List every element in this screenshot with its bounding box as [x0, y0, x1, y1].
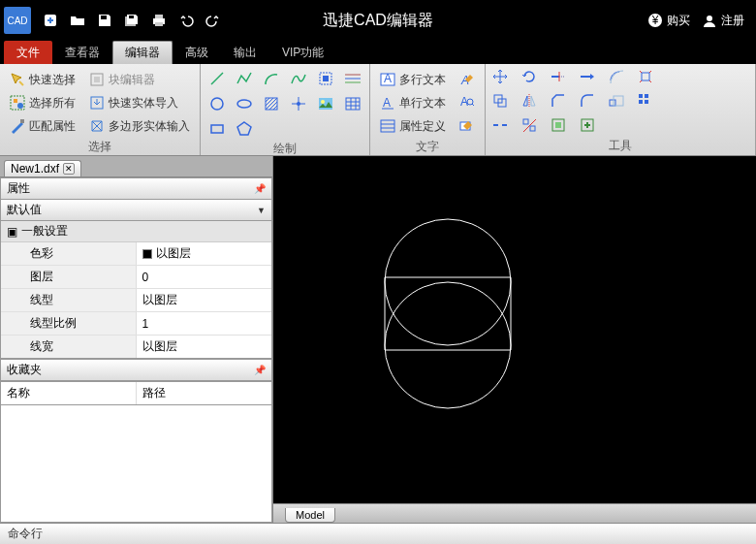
- match-props-label: 匹配属性: [29, 118, 76, 135]
- draw-polyline-icon[interactable]: [234, 68, 255, 89]
- buy-button[interactable]: ¥ 购买: [647, 13, 690, 29]
- quick-select-button[interactable]: 快速选择: [6, 70, 79, 90]
- text-find-button[interactable]: A: [456, 94, 479, 112]
- singleline-text-button[interactable]: A 单行文本: [376, 94, 450, 112]
- tools-group-label: 工具: [491, 137, 749, 155]
- svg-point-29: [321, 100, 325, 104]
- svg-rect-1: [101, 16, 107, 19]
- undo-button[interactable]: [174, 9, 198, 32]
- svg-point-13: [17, 103, 23, 109]
- match-props-button[interactable]: 匹配属性: [6, 116, 79, 137]
- block-editor-button[interactable]: 块编辑器: [85, 70, 159, 90]
- prop-row-color[interactable]: 色彩 以图层: [1, 242, 271, 266]
- prop-row-layer[interactable]: 图层 0: [1, 266, 271, 289]
- print-button[interactable]: [147, 9, 171, 32]
- text-edit-button[interactable]: [456, 117, 479, 135]
- menu-editor[interactable]: 编辑器: [112, 41, 173, 64]
- text-style-button[interactable]: A: [456, 71, 479, 88]
- draw-rect-icon[interactable]: [206, 118, 228, 140]
- open-file-button[interactable]: [66, 9, 89, 32]
- ribbon-group-draw: 绘制: [201, 64, 370, 155]
- tool-chamfer-icon[interactable]: [550, 92, 573, 112]
- draw-image-icon[interactable]: [315, 93, 336, 114]
- save-button[interactable]: [93, 9, 116, 32]
- register-button[interactable]: 注册: [702, 13, 744, 29]
- svg-marker-36: [237, 122, 251, 135]
- quick-import-button[interactable]: 快速实体导入: [85, 93, 182, 113]
- tool-fillet-icon[interactable]: [579, 92, 602, 112]
- menu-advanced[interactable]: 高级: [173, 41, 221, 64]
- tool-copy-icon[interactable]: [491, 92, 515, 112]
- draw-xline-icon[interactable]: [342, 68, 363, 89]
- draw-ellipse-icon[interactable]: [234, 93, 255, 114]
- model-tab[interactable]: Model: [285, 508, 335, 523]
- tool-move-icon[interactable]: [491, 68, 515, 88]
- multiline-text-button[interactable]: A 多行文本: [376, 71, 450, 89]
- canvas-area: Model: [273, 156, 756, 523]
- favorites-col-name[interactable]: 名称: [1, 382, 137, 404]
- redo-button[interactable]: [202, 9, 225, 32]
- poly-import-button[interactable]: 多边形实体输入: [85, 116, 194, 137]
- drawing-content: [273, 156, 756, 503]
- drawing-canvas[interactable]: [273, 156, 756, 503]
- draw-table-icon[interactable]: [342, 93, 363, 114]
- tool-mirror-icon[interactable]: [520, 92, 544, 112]
- tool-array-icon[interactable]: [637, 92, 660, 112]
- menu-file[interactable]: 文件: [4, 41, 52, 64]
- menu-output[interactable]: 输出: [221, 41, 269, 64]
- draw-spline-icon[interactable]: [288, 68, 309, 89]
- tool-extend-icon[interactable]: [579, 68, 602, 88]
- prop-row-linetype[interactable]: 线型 以图层: [1, 289, 271, 312]
- tool-scale-icon[interactable]: [608, 92, 631, 112]
- save-all-button[interactable]: [120, 9, 143, 32]
- attr-def-button[interactable]: 属性定义: [376, 117, 450, 136]
- command-line[interactable]: 命令行: [0, 523, 756, 544]
- multiline-text-label: 多行文本: [399, 72, 446, 88]
- draw-circle-icon[interactable]: [206, 93, 228, 114]
- draw-arc-icon[interactable]: [261, 68, 282, 89]
- svg-line-16: [211, 73, 223, 84]
- favorites-col-path[interactable]: 路径: [137, 382, 271, 404]
- tool-offset-icon[interactable]: [608, 68, 631, 88]
- pin-icon[interactable]: 📌: [254, 183, 266, 194]
- tool-align-icon[interactable]: [520, 116, 544, 137]
- svg-rect-57: [610, 100, 615, 106]
- draw-polygon-icon[interactable]: [234, 118, 255, 140]
- draw-region-icon[interactable]: [315, 68, 336, 89]
- property-grid: ▣ 一般设置 色彩 以图层 图层 0 线型 以图层 线型比例 1 线宽 以图层: [0, 221, 272, 359]
- command-line-label: 命令行: [8, 526, 43, 542]
- tool-insert-icon[interactable]: [579, 116, 602, 137]
- new-file-button[interactable]: [39, 9, 62, 32]
- tool-explode-icon[interactable]: [637, 68, 660, 88]
- draw-point-icon[interactable]: [288, 93, 309, 114]
- select-all-button[interactable]: 选择所有: [6, 93, 79, 113]
- favorites-body: [0, 405, 272, 523]
- menu-vip[interactable]: VIP功能: [269, 41, 336, 64]
- svg-rect-69: [555, 122, 561, 128]
- tool-rotate-icon[interactable]: [520, 68, 544, 88]
- chevron-down-icon: ▼: [257, 206, 266, 215]
- pin-icon[interactable]: 📌: [254, 365, 266, 375]
- draw-line-icon[interactable]: [206, 68, 228, 89]
- tool-trim-icon[interactable]: [550, 68, 573, 88]
- tool-block-icon[interactable]: [550, 116, 573, 137]
- prop-row-lineweight[interactable]: 线宽 以图层: [1, 336, 271, 358]
- svg-point-23: [237, 100, 251, 108]
- draw-hatch-icon[interactable]: [261, 93, 282, 114]
- document-tab-row: New1.dxf ✕: [0, 156, 272, 177]
- tool-break-icon[interactable]: [491, 116, 515, 137]
- menu-viewer[interactable]: 查看器: [52, 41, 112, 64]
- svg-rect-53: [642, 73, 649, 80]
- properties-panel-header: 属性 📌: [0, 177, 272, 200]
- ribbon: 快速选择 块编辑器 选择所有 快速实体导入: [0, 64, 756, 156]
- document-tab-label: New1.dxf: [11, 162, 59, 176]
- section-general[interactable]: ▣ 一般设置: [1, 221, 271, 242]
- document-tab[interactable]: New1.dxf ✕: [4, 160, 81, 176]
- prop-row-ltscale[interactable]: 线型比例 1: [1, 312, 271, 336]
- default-value-combo[interactable]: 默认值 ▼: [0, 200, 272, 221]
- favorites-columns: 名称 路径: [0, 381, 272, 405]
- prop-key-color: 色彩: [1, 242, 137, 265]
- ribbon-group-tools: 工具: [486, 64, 756, 155]
- select-group-label: 选择: [6, 138, 194, 156]
- close-icon[interactable]: ✕: [63, 163, 75, 175]
